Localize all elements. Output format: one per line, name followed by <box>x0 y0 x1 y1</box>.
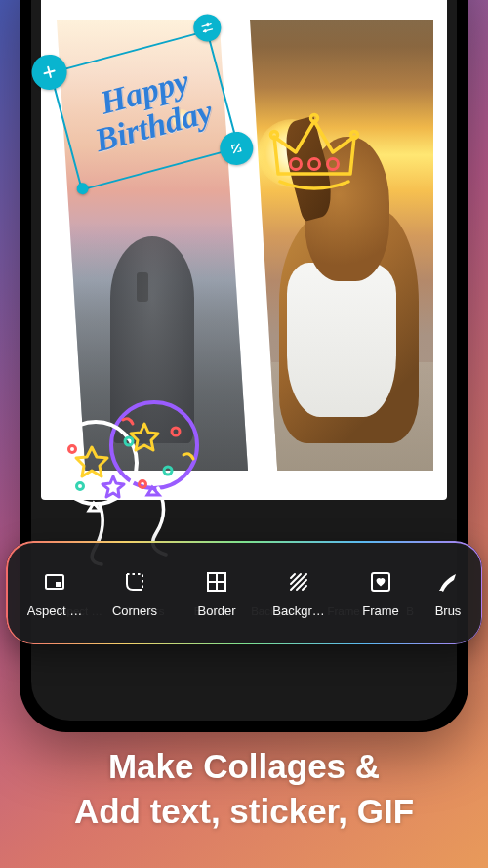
balloons-neon-sticker[interactable] <box>31 391 224 566</box>
svg-point-0 <box>270 132 277 139</box>
tool-label: Corners <box>112 603 157 618</box>
svg-point-4 <box>308 159 319 170</box>
tool-aspect-ratio[interactable]: Aspect … <box>16 568 94 618</box>
text-sticker-content[interactable]: Happy Birthday <box>59 35 240 184</box>
brush-icon <box>434 568 462 596</box>
corners-icon <box>121 568 148 596</box>
aspect-ratio-icon <box>41 568 68 596</box>
marketing-headline: Make Collages & Add text, sticker, GIF <box>0 744 488 833</box>
tool-label: Backgr… <box>272 603 324 618</box>
border-icon <box>203 568 230 596</box>
toolbar-primary: Aspect … Corners Border Backgr… Frame Br… <box>6 541 482 644</box>
svg-point-12 <box>164 467 172 475</box>
svg-point-3 <box>290 159 301 170</box>
svg-point-15 <box>140 481 146 488</box>
svg-point-1 <box>310 115 317 122</box>
tool-label: Brus <box>435 603 462 618</box>
tool-frame[interactable]: Frame <box>340 568 422 618</box>
svg-point-13 <box>69 446 76 453</box>
svg-point-14 <box>77 483 84 490</box>
tool-background[interactable]: Backgr… <box>258 568 340 618</box>
crown-neon-sticker[interactable] <box>261 103 368 201</box>
svg-point-5 <box>327 159 338 170</box>
resize-icon <box>225 138 247 159</box>
tool-border[interactable]: Border <box>176 568 258 618</box>
photo-dog-sunset <box>250 20 433 471</box>
svg-point-11 <box>172 428 180 435</box>
headline-line-1: Make Collages & <box>16 744 472 789</box>
svg-rect-17 <box>56 582 61 587</box>
plus-icon <box>39 62 61 83</box>
svg-point-2 <box>350 132 357 139</box>
svg-point-8 <box>111 402 197 488</box>
tool-corners[interactable]: Corners <box>94 568 176 618</box>
svg-point-9 <box>55 422 137 504</box>
sliders-icon <box>198 19 218 38</box>
tool-label: Border <box>197 603 235 618</box>
background-icon <box>285 568 312 596</box>
collage-cell-right[interactable] <box>250 20 433 471</box>
svg-point-7 <box>204 29 207 32</box>
tool-label: Frame <box>362 603 399 618</box>
frame-icon <box>367 568 394 596</box>
headline-line-2: Add text, sticker, GIF <box>16 789 472 834</box>
tool-brush[interactable]: Brus <box>422 568 474 618</box>
tool-label: Aspect … <box>27 603 82 618</box>
svg-point-6 <box>206 23 209 26</box>
